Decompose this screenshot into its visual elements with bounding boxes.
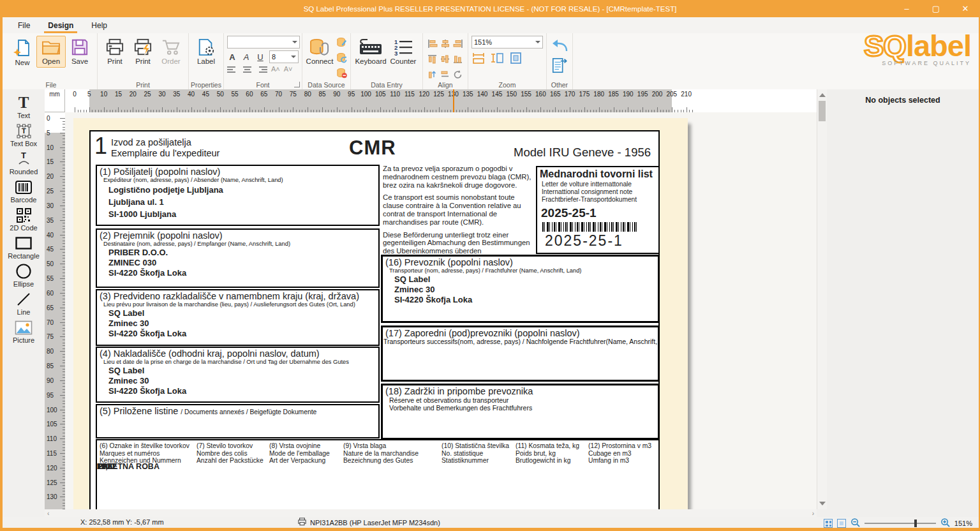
align-left-icon[interactable]: [227, 65, 238, 73]
consignment-title[interactable]: Mednarodni tovorni list: [537, 167, 658, 181]
form-box-left-5[interactable]: (5) Priložene listine/ Documents annexés…: [96, 404, 380, 438]
form-box-left-2[interactable]: (2) Prejemnik (popolni naslov)Destinatai…: [96, 228, 380, 288]
menu-item-file[interactable]: File: [9, 17, 39, 33]
consignment-barcode-text[interactable]: 2025-25-1: [537, 232, 658, 250]
open-button[interactable]: Open: [36, 36, 66, 68]
keyboard-button[interactable]: Keyboard: [354, 36, 387, 65]
consignment-note-box[interactable]: Mednarodni tovorni list Letter de voltur…: [536, 166, 660, 254]
form-box-right-16[interactable]: (16) Prevoznik (popolni naslov)Transport…: [381, 255, 660, 323]
tool-rectangle[interactable]: Rectangle: [4, 234, 43, 260]
scroll-left-icon[interactable]: ‹: [47, 510, 49, 517]
vertical-ruler[interactable]: 0510152025303540455055606570758085909510…: [45, 112, 66, 509]
copy-label[interactable]: Izvod za pošiljatelja Exemplaire du l'ex…: [111, 137, 219, 159]
box-content-line[interactable]: SQ Label: [383, 274, 658, 285]
horizontal-ruler[interactable]: 0510152025303540455055606570758085909510…: [65, 89, 817, 113]
box-content-line[interactable]: PRIBER D.O.O.: [97, 248, 378, 258]
copy-number[interactable]: 1: [94, 133, 107, 160]
cmr-title[interactable]: CMR: [349, 137, 396, 160]
menu-item-design[interactable]: Design: [39, 17, 82, 33]
menu-item-help[interactable]: Help: [82, 17, 116, 33]
tool-textbox[interactable]: TText Box: [4, 121, 43, 147]
print-button[interactable]: Print: [101, 36, 129, 65]
rotate-icon[interactable]: [453, 70, 463, 82]
bold-button[interactable]: A: [227, 52, 237, 62]
box-content-line[interactable]: SI-4220 Škofja Loka: [383, 295, 658, 305]
goods-value[interactable]: 11,52: [97, 462, 117, 471]
printer-status[interactable]: NPI31A2BB (HP LaserJet MFP M234sdn): [297, 518, 440, 527]
align-right-icon[interactable]: [256, 65, 267, 73]
label-properties-button[interactable]: Label: [192, 36, 220, 65]
form-box-right-18[interactable]: (18) Zadržki in pripombe prevoznikaRéser…: [381, 384, 660, 440]
box-content-line[interactable]: Zminec 30: [97, 376, 378, 386]
box-content-line[interactable]: ZMINEC 030: [97, 258, 378, 268]
minimize-button[interactable]: –: [892, 0, 921, 17]
multi-page-view-icon[interactable]: [824, 519, 833, 528]
tool-barcode[interactable]: Barcode: [4, 177, 43, 204]
scroll-right-icon[interactable]: ›: [812, 510, 814, 517]
align-bottom-icon[interactable]: [453, 54, 463, 66]
font-name-combo[interactable]: [227, 36, 300, 49]
save-button[interactable]: Save: [66, 36, 94, 65]
box-content-line[interactable]: SI-4220 Škofja Loka: [97, 386, 378, 396]
consignment-barcode[interactable]: [542, 222, 638, 232]
title-bar[interactable]: SQ Label Professional Plus RESELLER PRES…: [0, 0, 980, 17]
tool-ellipse[interactable]: Ellipse: [4, 262, 43, 288]
fit-width-icon[interactable]: [471, 52, 486, 66]
align-right-icon[interactable]: [453, 39, 463, 51]
tool-text[interactable]: TText: [4, 93, 43, 119]
close-button[interactable]: ✕: [951, 0, 980, 17]
single-page-view-icon[interactable]: [837, 519, 846, 528]
box-content-line[interactable]: SI-1000 Ljubljana: [97, 208, 378, 220]
font-dialog-launcher-icon[interactable]: [294, 82, 300, 87]
align-top-icon[interactable]: [427, 54, 438, 66]
fit-page-icon[interactable]: [510, 52, 523, 66]
new-button[interactable]: New: [8, 36, 36, 66]
database-remove-icon[interactable]: [336, 68, 347, 81]
cmr-form[interactable]: 1 Izvod za pošiljatelja Exemplaire du l'…: [89, 130, 660, 509]
label-page[interactable]: 1 Izvod za pošiljatelja Exemplaire du l'…: [73, 118, 688, 509]
font-size-combo[interactable]: 8: [269, 50, 299, 63]
box-content-line[interactable]: SI-4220 Škofja Loka: [97, 268, 378, 278]
undo-icon[interactable]: [550, 38, 569, 55]
tool-picture[interactable]: Picture: [4, 318, 43, 344]
box-content-line[interactable]: SQ Label: [97, 308, 378, 318]
box-content-line[interactable]: Ljubljana ul. 1: [97, 196, 378, 208]
goods-table-box[interactable]: (6) Oznake in številke tovorkovMarques e…: [96, 439, 660, 509]
box-content-line[interactable]: SI-4220 Škofja Loka: [97, 329, 378, 339]
form-box-left-1[interactable]: (1) Pošiljatelj (popolni naslov)Expédite…: [96, 165, 380, 226]
box-content-line[interactable]: Zminec 30: [97, 318, 378, 329]
scroll-up-icon[interactable]: [819, 93, 826, 97]
vertical-scrollbar[interactable]: [817, 89, 827, 509]
export-document-icon[interactable]: [550, 57, 569, 77]
form-box-left-3[interactable]: (3) Predvideno razkladališče v namembnem…: [96, 289, 380, 346]
grow-font-icon[interactable]: A˄: [271, 65, 280, 73]
zoom-in-icon[interactable]: [940, 518, 950, 528]
box-content-line[interactable]: Logistično podjetje Ljubljana: [97, 184, 378, 196]
form-box-right-17[interactable]: (17) Zaporedni (pod)prevozniki (popolni …: [381, 325, 660, 382]
database-refresh-icon[interactable]: [336, 52, 347, 66]
box-content-line[interactable]: SQ Label: [97, 366, 378, 376]
tool-line[interactable]: Line: [4, 290, 43, 316]
zoom-combo[interactable]: 151%: [471, 36, 543, 49]
align-center-icon[interactable]: [242, 65, 253, 73]
vertical-scroll-thumb[interactable]: [819, 101, 826, 121]
scroll-down-icon[interactable]: [819, 502, 826, 505]
tool-rounded[interactable]: TRounded: [4, 149, 43, 176]
zoom-slider-handle[interactable]: [914, 520, 917, 527]
move-up-icon[interactable]: [427, 70, 438, 82]
quick-print-button[interactable]: Print: [129, 36, 157, 65]
connect-button[interactable]: Connect: [306, 36, 334, 65]
zoom-slider[interactable]: [865, 523, 936, 524]
tool-2dcode[interactable]: 2D Code: [4, 206, 43, 232]
zoom-out-icon[interactable]: [850, 518, 860, 528]
database-edit-icon[interactable]: [336, 37, 347, 50]
counter-button[interactable]: 123 Counter: [387, 36, 419, 65]
italic-button[interactable]: A: [241, 52, 251, 62]
consignment-number[interactable]: 2025-25-1: [537, 203, 658, 221]
horizontal-scrollbar[interactable]: ‹ ›: [45, 509, 817, 517]
align-middle-v-icon[interactable]: [440, 54, 450, 66]
form-box-left-4[interactable]: (4) Nakladališče (odhodni kraj, popolni …: [96, 347, 380, 403]
model-text[interactable]: Model IRU Geneve - 1956: [514, 146, 651, 160]
fit-height-icon[interactable]: [491, 52, 505, 66]
design-canvas[interactable]: 1 Izvod za pošiljatelja Exemplaire du l'…: [65, 112, 817, 509]
